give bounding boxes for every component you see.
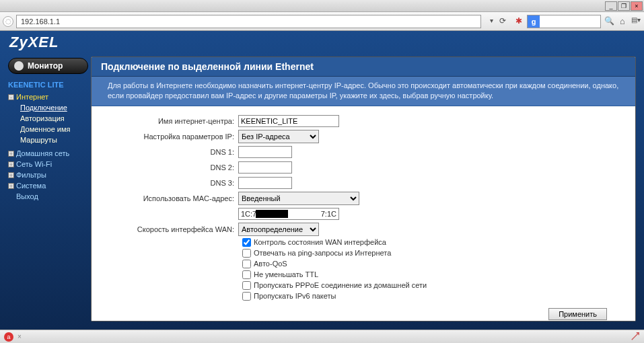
monitor-icon bbox=[14, 61, 24, 71]
check-ttl[interactable] bbox=[242, 270, 251, 279]
check-pppoe[interactable] bbox=[242, 281, 251, 290]
device-name: KEENETIC LITE bbox=[3, 78, 91, 91]
home-icon[interactable]: ⌂ bbox=[617, 16, 628, 27]
label-check-ttl: Не уменьшать TTL bbox=[254, 270, 318, 278]
redacted-mac bbox=[256, 210, 288, 218]
label-dns2: DNS 2: bbox=[104, 163, 238, 172]
input-dns2[interactable] bbox=[238, 161, 292, 174]
check-autoqos[interactable] bbox=[242, 260, 251, 268]
taskbar-app-icon[interactable]: a bbox=[4, 332, 13, 342]
settings-form: Имя интернет-центра: Настройка параметро… bbox=[92, 106, 635, 321]
nav-home-network[interactable]: +Домашняя сеть bbox=[8, 149, 91, 157]
page-description: Для работы в Интернете необходимо назнач… bbox=[92, 77, 635, 106]
os-taskbar: a × bbox=[0, 330, 644, 343]
window-minimize-button[interactable]: _ bbox=[605, 1, 617, 11]
nav-tree: -Интернет Подключение Авторизация Доменн… bbox=[3, 91, 91, 202]
site-identity-icon[interactable]: ◌ bbox=[3, 16, 13, 27]
app-viewport: ZyXEL Монитор KEENETIC LITE -Интернет По… bbox=[0, 31, 644, 330]
apply-button[interactable]: Применить bbox=[548, 308, 607, 320]
browser-toolbar: ◌ 192.168.1.1 ▾ ⟳ ✱ g 🔍 ⌂ ▤▾ bbox=[0, 12, 644, 31]
label-check-pppoe: Пропускать PPPoE соединение из домашней … bbox=[254, 281, 427, 289]
label-check-autoqos: Авто-QoS bbox=[254, 260, 287, 268]
label-check-ipv6: Пропускать IPv6 пакеты bbox=[254, 292, 336, 300]
brand-logo: ZyXEL bbox=[9, 34, 59, 51]
nav-exit[interactable]: Выход bbox=[8, 192, 91, 200]
label-check-ping: Отвечать на ping-запросы из Интернета bbox=[254, 249, 391, 257]
page-title: Подключение по выделенной линии Ethernet bbox=[92, 57, 635, 77]
blocker-icon[interactable]: ✱ bbox=[513, 16, 524, 27]
history-dropdown-icon[interactable]: ▾ bbox=[487, 17, 496, 26]
monitor-button[interactable]: Монитор bbox=[8, 58, 88, 74]
window-close-button[interactable]: × bbox=[631, 1, 643, 11]
label-wan-speed: Скорость интерфейса WAN: bbox=[104, 225, 238, 233]
search-icon[interactable]: 🔍 bbox=[604, 16, 614, 27]
monitor-label: Монитор bbox=[28, 61, 63, 71]
check-wan-status[interactable] bbox=[242, 238, 251, 247]
nav-internet-domain[interactable]: Доменное имя bbox=[20, 125, 70, 133]
label-mac: Использовать MAC-адрес: bbox=[104, 194, 238, 202]
sidebar: Монитор KEENETIC LITE -Интернет Подключе… bbox=[0, 54, 91, 330]
nav-wifi[interactable]: +Сеть Wi-Fi bbox=[8, 160, 91, 168]
label-check-wan-status: Контроль состояния WAN интерфейса bbox=[254, 238, 386, 246]
reload-icon[interactable]: ⟳ bbox=[497, 16, 508, 27]
check-ping[interactable] bbox=[242, 249, 251, 258]
input-mac-address[interactable]: 1C:77:1C bbox=[238, 208, 339, 220]
label-dns3: DNS 3: bbox=[104, 179, 238, 187]
label-ip-mode: Настройка параметров IP: bbox=[104, 132, 238, 141]
select-mac-mode[interactable]: Введенный bbox=[238, 192, 359, 205]
label-device-name: Имя интернет-центра: bbox=[104, 117, 238, 125]
input-dns3[interactable] bbox=[238, 177, 292, 189]
taskbar-tray-icon[interactable] bbox=[631, 332, 640, 342]
window-titlebar: _ ❐ × bbox=[0, 0, 644, 12]
bookmarks-menu-icon[interactable]: ▤▾ bbox=[631, 16, 641, 27]
google-icon: g bbox=[528, 15, 540, 28]
taskbar-close-icon[interactable]: × bbox=[17, 333, 22, 340]
window-restore-button[interactable]: ❐ bbox=[618, 1, 630, 11]
nav-internet-routes[interactable]: Маршруты bbox=[20, 136, 57, 144]
nav-system[interactable]: +Система bbox=[8, 182, 91, 190]
input-dns1[interactable] bbox=[238, 146, 292, 158]
select-wan-speed[interactable]: Автоопределение bbox=[238, 223, 319, 236]
nav-internet-connection[interactable]: Подключение bbox=[20, 104, 67, 112]
nav-internet-auth[interactable]: Авторизация bbox=[20, 114, 65, 122]
input-device-name[interactable] bbox=[238, 115, 339, 127]
select-ip-mode[interactable]: Без IP-адреса bbox=[238, 130, 319, 143]
brand-header: ZyXEL bbox=[0, 31, 644, 54]
check-ipv6[interactable] bbox=[242, 292, 251, 301]
nav-internet[interactable]: -Интернет bbox=[8, 93, 91, 101]
address-bar[interactable]: 192.168.1.1 bbox=[16, 15, 481, 28]
label-dns1: DNS 1: bbox=[104, 148, 238, 156]
search-box[interactable]: g bbox=[527, 15, 601, 28]
content-panel: Подключение по выделенной линии Ethernet… bbox=[91, 56, 636, 321]
nav-filters[interactable]: +Фильтры bbox=[8, 171, 91, 179]
